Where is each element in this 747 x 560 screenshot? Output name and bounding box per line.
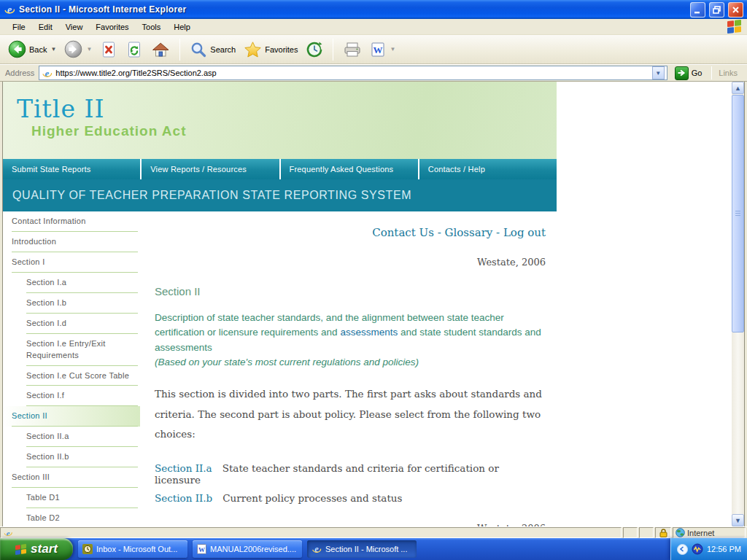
address-input[interactable]: e https://www.title2.org/Title2SRS/Secti… bbox=[39, 66, 667, 80]
nav-tab-submit-state-reports[interactable]: Submit State Reports bbox=[3, 159, 140, 179]
scrollbar-thumb[interactable] bbox=[732, 95, 744, 332]
taskbar-button-word[interactable]: W MANUAL2006revised.... bbox=[193, 540, 302, 558]
sidebar-item-section-i-e-cut-score[interactable]: Section I.e Cut Score Table bbox=[3, 366, 140, 386]
home-icon bbox=[151, 41, 170, 58]
close-button[interactable] bbox=[728, 2, 743, 18]
window-titlebar[interactable]: e Section II - Microsoft Internet Explor… bbox=[0, 0, 747, 19]
sidebar-item-label: Section II bbox=[12, 411, 47, 420]
glossary-link[interactable]: Glossary bbox=[445, 226, 493, 239]
go-button[interactable]: Go bbox=[672, 66, 705, 80]
scroll-up-button[interactable]: ▲ bbox=[732, 82, 744, 94]
scroll-down-button[interactable]: ▼ bbox=[732, 514, 744, 526]
sidebar-item-label: Contact Information bbox=[12, 217, 86, 225]
taskbar-button-ie-active[interactable]: e Section II - Microsoft ... bbox=[307, 540, 417, 558]
menu-edit[interactable]: Edit bbox=[32, 20, 59, 34]
go-arrow-icon bbox=[675, 66, 689, 80]
taskbar-button-outlook[interactable]: Inbox - Microsoft Out... bbox=[78, 540, 187, 558]
go-label: Go bbox=[692, 69, 703, 77]
desktop: e Section II - Microsoft Internet Explor… bbox=[0, 0, 747, 560]
sidebar-item-table-d2[interactable]: Table D2 bbox=[3, 508, 140, 526]
nav-tab-view-reports-resources[interactable]: View Reports / Resources bbox=[142, 159, 279, 179]
sidebar-item-label: Table D2 bbox=[26, 513, 60, 522]
refresh-button[interactable] bbox=[123, 39, 145, 60]
status-empty-panel bbox=[639, 527, 654, 538]
sidebar-item-section-i-e-entry-exit[interactable]: Section I.e Entry/Exit Requirements bbox=[3, 334, 140, 366]
back-icon bbox=[8, 40, 26, 58]
address-dropdown-button[interactable]: ▼ bbox=[652, 66, 665, 79]
choice-list: Section II.aState teacher standards and … bbox=[155, 462, 546, 504]
contact-us-link[interactable]: Contact Us bbox=[372, 226, 434, 239]
sidebar-item-section-ii[interactable]: Section II bbox=[3, 406, 140, 427]
refresh-icon bbox=[125, 41, 143, 58]
page-ie-icon: e bbox=[3, 528, 13, 537]
link-separator: - bbox=[492, 226, 503, 239]
choice-text: Current policy processes and status bbox=[222, 492, 402, 504]
minimize-button[interactable] bbox=[690, 2, 705, 18]
back-button[interactable]: Back ▼ bbox=[6, 39, 58, 60]
sidebar-item-section-i[interactable]: Section I bbox=[3, 252, 140, 273]
menu-help[interactable]: Help bbox=[167, 20, 197, 34]
svg-text:W: W bbox=[374, 44, 383, 55]
section-sidebar: Contact Information Introduction Section… bbox=[3, 211, 140, 526]
word-dropdown-icon[interactable]: ▼ bbox=[390, 46, 395, 52]
sidebar-item-label: Section I bbox=[12, 257, 45, 266]
security-zone-panel: Internet bbox=[673, 527, 746, 538]
choice-section-ii-a: Section II.aState teacher standards and … bbox=[155, 462, 546, 486]
sidebar-item-section-iii[interactable]: Section III bbox=[3, 467, 140, 488]
favorites-label: Favorites bbox=[265, 45, 298, 54]
sidebar-item-section-i-d[interactable]: Section I.d bbox=[3, 314, 140, 334]
menu-tools[interactable]: Tools bbox=[136, 20, 168, 34]
assessments-link[interactable]: assessments bbox=[340, 327, 398, 338]
nav-tab-frequently-asked-questions[interactable]: Frequently Asked Questions bbox=[281, 159, 418, 179]
menu-file[interactable]: File bbox=[6, 20, 32, 34]
sidebar-item-introduction[interactable]: Introduction bbox=[3, 232, 140, 252]
sidebar-item-section-i-b[interactable]: Section I.b bbox=[3, 293, 140, 314]
section-ii-b-link[interactable]: Section II.b bbox=[155, 492, 212, 504]
section-description: Description of state teacher standards, … bbox=[155, 311, 546, 370]
vertical-scrollbar[interactable]: ▲ ▼ bbox=[732, 82, 744, 526]
section-ii-a-link[interactable]: Section II.a bbox=[155, 462, 212, 474]
print-button[interactable] bbox=[341, 39, 364, 60]
sidebar-item-section-i-f[interactable]: Section I.f bbox=[3, 386, 140, 406]
sidebar-item-table-d1[interactable]: Table D1 bbox=[3, 488, 140, 508]
edit-with-word-button[interactable]: W ▼ bbox=[368, 40, 398, 59]
history-button[interactable] bbox=[303, 39, 325, 60]
forward-button[interactable]: ▼ bbox=[62, 39, 94, 60]
sidebar-item-label: Section I.a bbox=[26, 278, 66, 287]
browser-toolbar: Back ▼ ▼ bbox=[0, 35, 747, 64]
hide-icons-chevron[interactable] bbox=[677, 544, 688, 555]
stop-icon bbox=[100, 41, 117, 58]
forward-dropdown-icon[interactable]: ▼ bbox=[86, 46, 92, 52]
menu-view[interactable]: View bbox=[59, 20, 90, 34]
log-out-link[interactable]: Log out bbox=[503, 226, 546, 239]
sidebar-item-contact-information[interactable]: Contact Information bbox=[3, 211, 140, 232]
taskbar-clock[interactable]: 12:56 PM bbox=[707, 545, 741, 553]
search-icon bbox=[190, 41, 207, 58]
start-button[interactable]: start bbox=[0, 538, 73, 560]
security-lock-panel bbox=[655, 527, 671, 538]
search-button[interactable]: Search bbox=[187, 39, 238, 60]
stop-button[interactable] bbox=[98, 39, 120, 60]
browser-viewport: Title II Higher Education Act Submit Sta… bbox=[2, 82, 745, 526]
back-dropdown-icon[interactable]: ▼ bbox=[50, 46, 56, 52]
sidebar-item-label: Section I.e Entry/Exit Requirements bbox=[26, 339, 106, 359]
sidebar-item-label: Section II.b bbox=[26, 452, 69, 461]
nav-tab-contacts-help[interactable]: Contacts / Help bbox=[419, 159, 557, 179]
choice-section-ii-b: Section II.bCurrent policy processes and… bbox=[155, 492, 546, 504]
sidebar-item-label: Table D1 bbox=[26, 493, 60, 502]
menu-favorites[interactable]: Favorites bbox=[89, 20, 135, 34]
sidebar-item-section-i-a[interactable]: Section I.a bbox=[3, 273, 140, 293]
system-title-band: QUALITY OF TEACHER PREPARATION STATE REP… bbox=[3, 179, 557, 211]
home-button[interactable] bbox=[149, 39, 172, 60]
sidebar-item-label: Section I.f bbox=[26, 391, 64, 400]
lock-icon bbox=[659, 528, 667, 537]
links-menu[interactable]: Links bbox=[719, 69, 745, 77]
outlook-icon bbox=[82, 544, 93, 554]
network-activity-icon[interactable] bbox=[692, 543, 703, 555]
sidebar-item-section-ii-b[interactable]: Section II.b bbox=[3, 447, 140, 467]
sidebar-item-section-ii-a[interactable]: Section II.a bbox=[3, 427, 140, 447]
favorites-button[interactable]: Favorites bbox=[241, 39, 300, 60]
sidebar-item-label: Introduction bbox=[12, 237, 56, 246]
status-empty-panel bbox=[623, 527, 638, 538]
restore-button[interactable] bbox=[709, 2, 724, 18]
